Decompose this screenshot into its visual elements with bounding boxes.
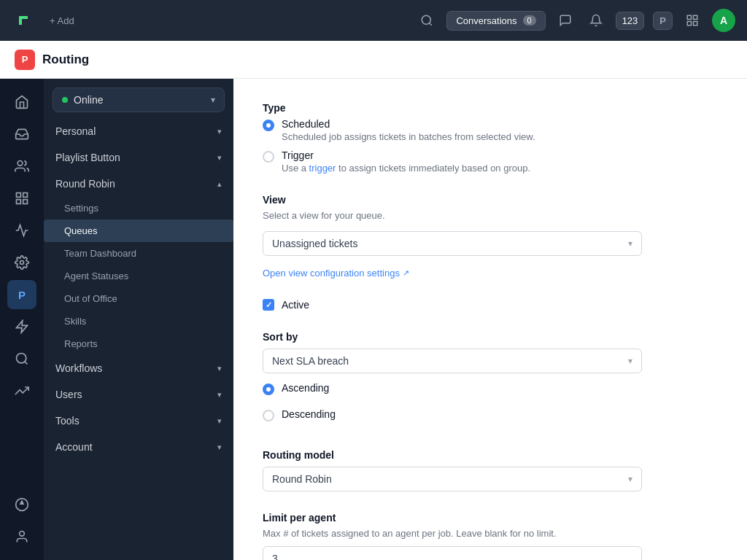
trigger-title: Trigger: [282, 149, 718, 161]
search-button[interactable]: [416, 9, 438, 31]
nav-sidebar: Online ▾ Personal ▾ Playlist Button ▾ Ro…: [44, 79, 233, 560]
sidebar-item-round-robin[interactable]: Round Robin ▴: [44, 171, 233, 197]
out-of-office-sub-label: Out of Office: [64, 293, 117, 304]
sidebar-home-icon[interactable]: [7, 88, 36, 117]
reports-sub-label: Reports: [64, 338, 98, 349]
sidebar-plugin-icon[interactable]: P: [7, 280, 36, 309]
agent-statuses-sub-label: Agent Statuses: [64, 271, 128, 281]
sidebar-item-out-of-office[interactable]: Out of Office: [44, 287, 233, 310]
p-badge[interactable]: P: [653, 12, 673, 30]
sidebar-search-icon[interactable]: [7, 344, 36, 373]
account-chevron-icon: ▾: [217, 443, 222, 452]
round-robin-sub-items: Settings Queues Team Dashboard Agent Sta…: [44, 197, 233, 355]
skills-sub-label: Skills: [64, 316, 86, 327]
sidebar-item-team-dashboard[interactable]: Team Dashboard: [44, 242, 233, 265]
scheduled-option[interactable]: Scheduled Scheduled job assigns tickets …: [263, 118, 718, 142]
sidebar-item-settings[interactable]: Settings: [44, 197, 233, 219]
trigger-radio[interactable]: [263, 151, 274, 163]
team-dashboard-sub-label: Team Dashboard: [64, 248, 136, 259]
svg-marker-12: [17, 321, 28, 333]
view-dropdown-value: Unassigned tickets: [272, 238, 358, 249]
sidebar-person-icon[interactable]: [7, 522, 36, 551]
ascending-radio[interactable]: [263, 384, 274, 395]
routing-model-value: Round Robin: [272, 473, 332, 485]
svg-rect-3: [694, 15, 697, 19]
active-label: Active: [282, 299, 309, 311]
scheduled-title: Scheduled: [282, 118, 718, 130]
tools-chevron-icon: ▾: [217, 416, 222, 426]
ascending-option[interactable]: Ascending: [263, 382, 718, 395]
svg-rect-4: [687, 22, 691, 26]
routing-model-chevron-icon: ▾: [628, 474, 632, 484]
grid-button[interactable]: [681, 9, 703, 31]
scheduled-radio[interactable]: [263, 120, 274, 131]
view-dropdown[interactable]: Unassigned tickets ▾: [263, 231, 642, 256]
svg-rect-5: [694, 22, 697, 26]
trigger-desc-before: Use a: [282, 163, 309, 174]
svg-point-0: [13, 10, 34, 31]
sidebar-item-tools[interactable]: Tools ▾: [44, 408, 233, 434]
view-section: View Select a view for your queue. Unass…: [263, 194, 718, 279]
svg-rect-7: [17, 193, 21, 198]
sidebar-analytics-icon[interactable]: [7, 216, 36, 245]
status-chevron-icon: ▾: [211, 95, 215, 105]
sidebar-trending-icon[interactable]: [7, 376, 36, 405]
sidebar-item-skills[interactable]: Skills: [44, 310, 233, 332]
queues-sub-label: Queues: [64, 225, 98, 236]
sidebar-settings-icon[interactable]: [7, 248, 36, 277]
sidebar-item-queues[interactable]: Queues: [44, 219, 233, 242]
sidebar-contacts-icon[interactable]: [7, 152, 36, 181]
svg-point-14: [20, 532, 25, 537]
svg-rect-10: [23, 200, 28, 204]
status-dot: [62, 97, 68, 103]
config-link[interactable]: Open view configuration settings ↗: [263, 268, 409, 279]
settings-sub-label: Settings: [64, 203, 98, 214]
tools-label: Tools: [55, 415, 80, 427]
sidebar-grid-icon[interactable]: [7, 184, 36, 213]
page-title: Routing: [42, 52, 89, 67]
type-label: Type: [263, 102, 718, 114]
add-button[interactable]: + Add: [44, 12, 80, 29]
icon-sidebar: P: [0, 79, 44, 560]
trigger-link[interactable]: trigger: [309, 163, 336, 174]
sidebar-item-account[interactable]: Account ▾: [44, 434, 233, 460]
workflows-chevron-icon: ▾: [217, 364, 222, 373]
conversations-button[interactable]: Conversations 0: [446, 11, 545, 31]
limit-input[interactable]: [263, 546, 642, 560]
sidebar-zendesk-icon[interactable]: [7, 490, 36, 519]
sidebar-inbox-icon[interactable]: [7, 120, 36, 149]
active-checkbox-row: Active: [263, 299, 718, 311]
users-chevron-icon: ▾: [217, 390, 222, 400]
descending-radio[interactable]: [263, 410, 274, 421]
header-bar: P Routing: [0, 41, 747, 79]
personal-label: Personal: [55, 125, 96, 137]
descending-label: Descending: [282, 408, 336, 420]
sidebar-item-reports[interactable]: Reports: [44, 332, 233, 355]
user-avatar[interactable]: A: [712, 9, 735, 32]
status-text: Online: [74, 94, 205, 106]
round-robin-chevron-icon: ▴: [217, 179, 222, 189]
descending-option[interactable]: Descending: [263, 408, 718, 421]
sidebar-item-users[interactable]: Users ▾: [44, 381, 233, 408]
view-label: View: [263, 194, 718, 206]
sidebar-item-workflows[interactable]: Workflows ▾: [44, 355, 233, 381]
type-section: Type Scheduled Scheduled job assigns tic…: [263, 102, 718, 174]
active-checkbox[interactable]: [263, 299, 274, 311]
app-icon: P: [15, 50, 35, 70]
view-dropdown-chevron-icon: ▾: [628, 238, 632, 249]
svg-rect-9: [17, 200, 21, 204]
sort-dropdown[interactable]: Next SLA breach ▾: [263, 349, 642, 373]
trigger-option[interactable]: Trigger Use a trigger to assign tickets …: [263, 149, 718, 174]
sidebar-lightning-icon[interactable]: [7, 312, 36, 341]
num-badge[interactable]: 123: [616, 12, 645, 30]
sidebar-item-agent-statuses[interactable]: Agent Statuses: [44, 265, 233, 287]
svg-point-1: [422, 15, 431, 24]
chat-button[interactable]: [554, 9, 576, 31]
sidebar-item-personal[interactable]: Personal ▾: [44, 118, 233, 144]
sidebar-item-playlist-button[interactable]: Playlist Button ▾: [44, 144, 233, 171]
routing-model-dropdown[interactable]: Round Robin ▾: [263, 467, 642, 491]
scheduled-desc: Scheduled job assigns tickets in batches…: [282, 131, 718, 142]
conversations-count: 0: [523, 15, 536, 26]
notifications-button[interactable]: [585, 9, 607, 31]
status-selector[interactable]: Online ▾: [53, 88, 225, 112]
